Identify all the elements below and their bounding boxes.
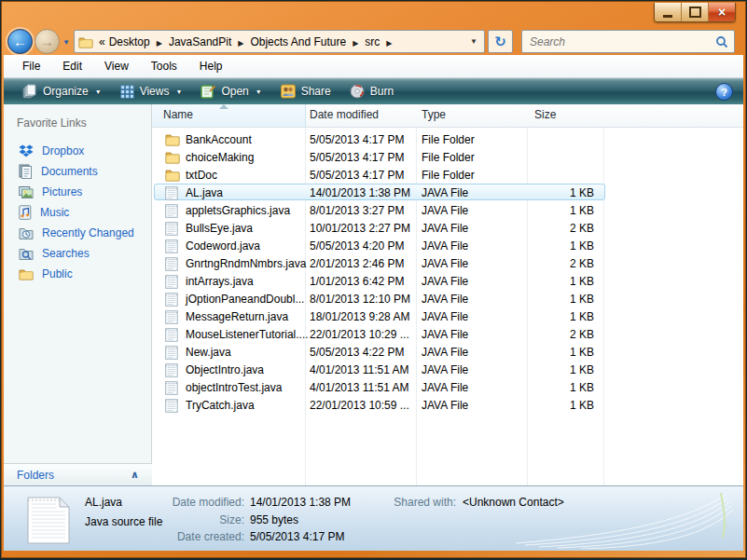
file-name: AL.java: [186, 186, 223, 199]
details-field-label: Size:: [151, 513, 244, 526]
folders-expander[interactable]: Folders ∧: [4, 463, 152, 485]
help-icon: ?: [721, 87, 727, 98]
details-pane: AL.java Java source file Date modified:1…: [4, 485, 743, 551]
file-row[interactable]: BankAccount5/05/2013 4:17 PMFile Folder: [152, 130, 743, 148]
maximize-button[interactable]: [682, 3, 709, 21]
file-date-modified: 14/01/2013 1:38 PM: [310, 186, 410, 199]
file-row[interactable]: TryCatch.java22/01/2013 10:59 ...JAVA Fi…: [152, 396, 743, 414]
minimize-button[interactable]: [655, 3, 682, 21]
file-type: JAVA File: [422, 186, 468, 199]
details-field-value: 955 bytes: [250, 513, 298, 526]
address-bar[interactable]: « Desktop▶JavaSandPit▶Objects And Future…: [74, 30, 485, 53]
recent-pages-dropdown[interactable]: ▼: [62, 38, 70, 47]
back-button[interactable]: ←: [7, 29, 33, 54]
file-row[interactable]: New.java5/05/2013 4:22 PMJAVA File1 KB: [152, 343, 743, 361]
sidebar-item-dropbox[interactable]: Dropbox: [4, 141, 151, 161]
forward-button[interactable]: →: [35, 29, 60, 54]
column-header-type[interactable]: Type: [422, 108, 446, 121]
file-row[interactable]: MouseListenerTutorial....22/01/2013 10:2…: [152, 325, 743, 343]
file-row[interactable]: txtDoc5/05/2013 4:17 PMFile Folder: [152, 166, 743, 184]
decorative-swoosh: [497, 491, 740, 549]
breadcrumb-overflow-chevron[interactable]: «: [99, 35, 105, 48]
chevron-up-icon: ∧: [131, 469, 139, 481]
column-header-size[interactable]: Size: [534, 108, 556, 121]
menu-item-edit[interactable]: Edit: [51, 57, 93, 75]
file-row[interactable]: GnrtngRndmNmbrs.java2/01/2013 2:46 PMJAV…: [152, 254, 743, 272]
file-type: File Folder: [422, 169, 475, 182]
file-row[interactable]: AL.java14/01/2013 1:38 PMJAVA File1 KB: [152, 184, 743, 201]
search-icon: [715, 35, 728, 48]
menu-bar: FileEditViewToolsHelp: [4, 55, 743, 78]
selected-file-large-icon: [26, 493, 71, 545]
file-date-modified: 5/05/2013 4:17 PM: [310, 133, 404, 146]
menu-item-file[interactable]: File: [11, 57, 51, 75]
file-date-modified: 5/05/2013 4:20 PM: [310, 239, 404, 253]
file-row[interactable]: ObjectIntro.java4/01/2013 11:51 AMJAVA F…: [152, 361, 743, 378]
column-header-name[interactable]: Name: [163, 108, 193, 121]
help-button[interactable]: ?: [715, 83, 733, 101]
toolbar-button-share[interactable]: Share: [271, 80, 340, 102]
sidebar-item-pictures[interactable]: Pictures: [4, 182, 151, 202]
address-folder-icon: [78, 35, 93, 48]
file-size: 1 KB: [527, 399, 594, 412]
menu-item-help[interactable]: Help: [188, 57, 234, 75]
sort-ascending-icon: [219, 104, 228, 109]
file-type: JAVA File: [422, 293, 468, 306]
file-size: 1 KB: [527, 310, 594, 323]
breadcrumb-separator-icon[interactable]: ▶: [353, 39, 358, 48]
sidebar-item-label: Dropbox: [42, 144, 84, 157]
close-button[interactable]: ×: [709, 3, 735, 21]
file-row[interactable]: jOptionPaneandDoubl...8/01/2013 12:10 PM…: [152, 290, 743, 307]
breadcrumb-segment[interactable]: JavaSandPit: [167, 35, 233, 48]
file-row[interactable]: choiceMaking5/05/2013 4:17 PMFile Folder: [152, 148, 743, 166]
searches-icon: [19, 247, 34, 260]
file-size: 1 KB: [527, 381, 594, 394]
file-row[interactable]: BullsEye.java10/01/2013 2:27 PMJAVA File…: [152, 219, 743, 237]
address-dropdown-icon[interactable]: ▼: [470, 37, 480, 46]
sidebar-item-public[interactable]: Public: [4, 264, 151, 284]
toolbar-button-label: Views: [140, 85, 170, 98]
file-date-modified: 18/01/2013 9:28 AM: [310, 310, 409, 323]
pictures-icon: [19, 185, 34, 199]
file-type: JAVA File: [422, 328, 468, 341]
toolbar-button-open[interactable]: Open▼: [191, 80, 270, 102]
toolbar-button-organize[interactable]: Organize▼: [13, 80, 111, 102]
share-icon: [281, 84, 296, 99]
sidebar-item-documents[interactable]: Documents: [4, 161, 151, 182]
sidebar-item-label: Music: [40, 206, 69, 219]
file-rows: BankAccount5/05/2013 4:17 PMFile Folderc…: [152, 130, 743, 414]
file-size: 1 KB: [527, 239, 594, 253]
file-type: JAVA File: [422, 310, 468, 323]
breadcrumb-separator-icon[interactable]: ▶: [157, 39, 162, 48]
search-box: [521, 30, 735, 53]
sidebar-item-recently-changed[interactable]: Recently Changed: [4, 223, 151, 243]
file-date-modified: 1/01/2013 6:42 PM: [310, 275, 404, 288]
file-row[interactable]: Codeword.java5/05/2013 4:20 PMJAVA File1…: [152, 237, 743, 254]
menu-item-tools[interactable]: Tools: [140, 57, 188, 75]
menu-item-view[interactable]: View: [93, 57, 140, 75]
close-icon: ×: [718, 6, 726, 19]
breadcrumb-separator-icon[interactable]: ▶: [386, 39, 392, 48]
file-list-pane: NameDate modifiedTypeSize BankAccount5/0…: [152, 104, 743, 485]
file-row[interactable]: appletsGraphics.java8/01/2013 3:27 PMJAV…: [152, 201, 743, 219]
breadcrumb-segment[interactable]: Desktop: [107, 35, 152, 48]
breadcrumb-segment[interactable]: Objects And Future: [248, 35, 348, 48]
toolbar-button-burn[interactable]: Burn: [340, 80, 403, 102]
sidebar-item-searches[interactable]: Searches: [4, 243, 151, 264]
file-row[interactable]: objectIntroTest.java4/01/2013 11:51 AMJA…: [152, 378, 743, 396]
sidebar-item-music[interactable]: Music: [4, 202, 151, 223]
file-name: objectIntroTest.java: [186, 381, 282, 394]
file-date-modified: 22/01/2013 10:59 ...: [310, 399, 409, 412]
sidebar-item-label: Searches: [42, 247, 90, 260]
breadcrumb-separator-icon[interactable]: ▶: [238, 39, 243, 48]
column-header-date-modified[interactable]: Date modified: [310, 108, 379, 121]
file-name: TryCatch.java: [186, 399, 255, 412]
refresh-button[interactable]: ↻: [488, 30, 513, 53]
file-row[interactable]: MessageReturn.java18/01/2013 9:28 AMJAVA…: [152, 307, 743, 325]
file-name: appletsGraphics.java: [186, 204, 290, 217]
folder-icon: [165, 168, 180, 184]
file-row[interactable]: intArrays.java1/01/2013 6:42 PMJAVA File…: [152, 272, 743, 290]
search-input[interactable]: [528, 34, 715, 49]
toolbar-button-views[interactable]: Views▼: [111, 80, 192, 102]
breadcrumb-segment[interactable]: src: [363, 35, 381, 48]
